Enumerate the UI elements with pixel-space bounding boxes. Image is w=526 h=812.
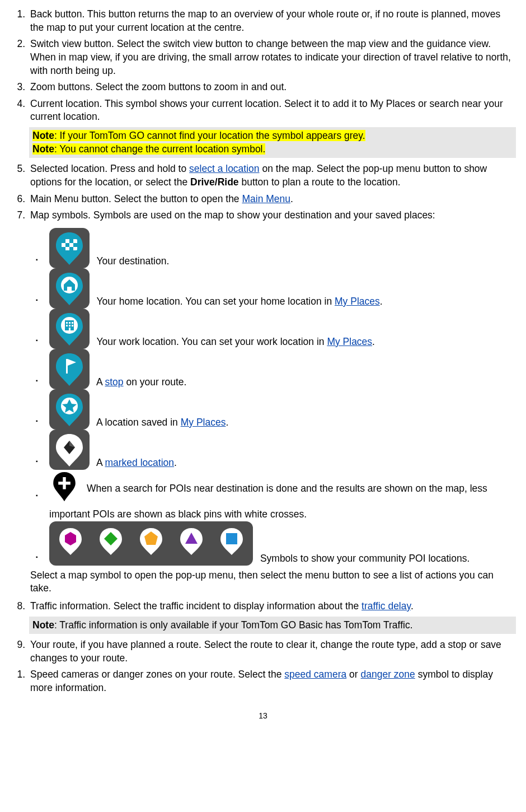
item-text: Back button. This button returns the map… (30, 8, 500, 33)
item-back-button: Back button. This button returns the map… (28, 8, 516, 34)
item-main-menu: Main Menu button. Select the button to o… (28, 193, 516, 206)
link-my-places-home[interactable]: My Places (335, 296, 380, 307)
symbol-poi-cross: When a search for POIs near destination … (47, 470, 516, 521)
work-icon (49, 309, 90, 349)
link-stop[interactable]: stop (105, 376, 123, 388)
link-main-menu[interactable]: Main Menu (242, 193, 290, 204)
link-traffic-delay[interactable]: traffic delay (361, 600, 411, 612)
symbol-work: Your work location. You can set your wor… (47, 309, 516, 349)
link-danger-zone[interactable]: danger zone (361, 669, 415, 680)
marked-location-icon (49, 430, 90, 470)
diamond-pin-icon (91, 524, 131, 559)
item-text: Zoom buttons. Select the zoom buttons to… (30, 81, 287, 92)
page-number: 13 (10, 711, 516, 721)
link-my-places-saved[interactable]: My Places (181, 417, 226, 428)
traffic-note-box: Note: Traffic information is only availa… (29, 617, 516, 634)
svg-rect-14 (69, 325, 71, 326)
link-select-location[interactable]: select a location (189, 163, 260, 174)
item-speed-cameras: Speed cameras or danger zones on your ro… (28, 668, 516, 694)
symbol-home: Your home location. You can set your hom… (47, 268, 516, 309)
svg-rect-2 (69, 239, 73, 243)
symbol-sublist: Your destination. Your home location. Yo… (30, 228, 516, 566)
svg-rect-5 (62, 247, 65, 250)
link-marked-location[interactable]: marked location (105, 457, 174, 468)
item-switch-view: Switch view button. Select the switch vi… (28, 38, 516, 77)
symbol-marked: A marked location. (47, 430, 516, 470)
plus-pin-icon (49, 470, 79, 505)
community-poi-icons (49, 521, 253, 566)
note-box: Note: If your TomTom GO cannot find your… (29, 127, 516, 158)
svg-rect-12 (72, 322, 73, 324)
svg-rect-20 (58, 482, 71, 484)
note-line-2: Note: You cannot change the current loca… (32, 143, 265, 155)
svg-rect-6 (69, 247, 73, 250)
triangle-pin-icon (171, 524, 212, 559)
symbol-destination: Your destination. (47, 228, 516, 268)
home-icon (49, 268, 90, 309)
item-map-symbols: Map symbols. Symbols are used on the map… (28, 209, 516, 595)
svg-rect-10 (66, 322, 68, 324)
star-icon (49, 389, 90, 430)
svg-rect-25 (226, 533, 237, 544)
item-text: Switch view button. Select the switch vi… (30, 38, 511, 76)
numbered-list: Back button. This button returns the map… (10, 8, 516, 695)
svg-rect-13 (66, 325, 68, 326)
hexagon-pin-icon (50, 524, 91, 559)
svg-rect-3 (65, 243, 69, 247)
svg-rect-15 (72, 325, 73, 326)
note-line-1: Note: If your TomTom GO cannot find your… (32, 130, 365, 141)
stop-flag-icon (49, 349, 90, 389)
item-traffic-info: Traffic information. Select the traffic … (28, 600, 516, 634)
item-selected-location: Selected location. Press and hold to sel… (28, 162, 516, 189)
square-pin-icon (212, 524, 252, 559)
item-current-location: Current location. This symbol shows your… (28, 97, 516, 158)
svg-rect-17 (66, 359, 68, 374)
link-speed-camera[interactable]: speed camera (284, 669, 346, 680)
link-my-places-work[interactable]: My Places (327, 336, 372, 347)
pentagon-pin-icon (131, 524, 171, 559)
symbol-community-poi: Symbols to show your community POI locat… (47, 521, 516, 566)
symbol-after-text: Select a map symbol to open the pop-up m… (30, 569, 516, 595)
symbol-stop: A stop on your route. (47, 349, 516, 389)
symbol-saved: A location saved in My Places. (47, 389, 516, 430)
svg-rect-16 (69, 328, 71, 330)
item-zoom-buttons: Zoom buttons. Select the zoom buttons to… (28, 81, 516, 94)
svg-rect-1 (62, 239, 65, 243)
svg-rect-4 (73, 243, 77, 247)
item-your-route: Your route, if you have planned a route.… (28, 638, 516, 665)
svg-rect-11 (69, 322, 71, 324)
item-text: Current location. This symbol shows your… (30, 98, 503, 123)
destination-flag-icon (49, 228, 90, 268)
